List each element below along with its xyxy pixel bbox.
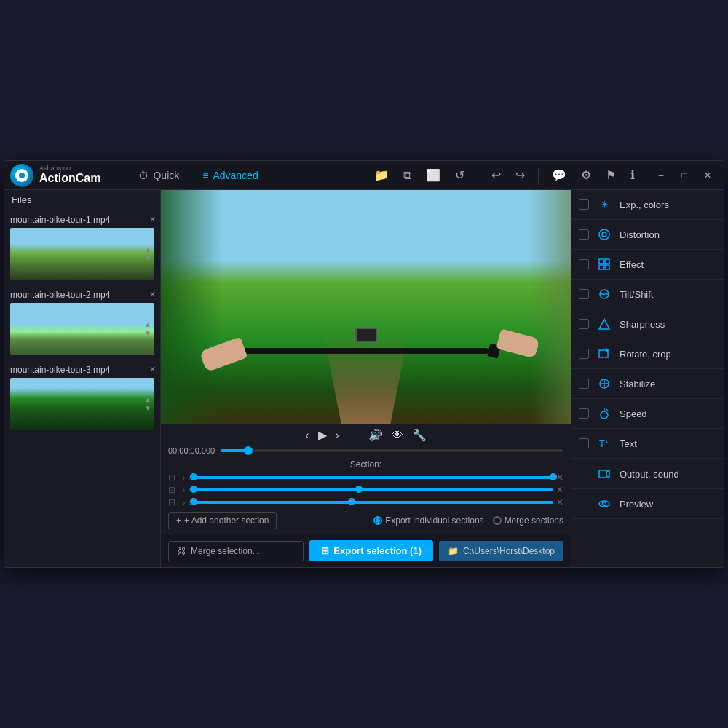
- checkbox-effect[interactable]: [579, 259, 589, 269]
- chat-btn[interactable]: 💬: [547, 165, 571, 185]
- arrow-up-1[interactable]: ▲: [144, 246, 151, 253]
- video-frame: [161, 190, 571, 424]
- file-name-1: mountain-bike-tour-1.mp4: [10, 215, 154, 225]
- section-remove-1[interactable]: ✕: [556, 472, 563, 483]
- label-speed: Speed: [620, 408, 647, 419]
- arrow-up-2[interactable]: ▲: [144, 321, 151, 328]
- label-text: Text: [620, 438, 637, 449]
- file-name-2: mountain-bike-tour-2.mp4: [10, 290, 154, 300]
- file-arrows-1: ▲ ▼: [144, 246, 151, 262]
- volume-btn[interactable]: 🔊: [368, 428, 383, 442]
- icon-distortion: [596, 226, 612, 242]
- svg-point-20: [603, 502, 606, 506]
- panel-item-distortion[interactable]: Distortion: [571, 220, 724, 250]
- checkbox-distortion[interactable]: [579, 229, 589, 240]
- section-handle-end-1[interactable]: [550, 473, 557, 480]
- section-handle-start-2[interactable]: [190, 486, 197, 493]
- add-section-btn[interactable]: + + Add another section: [168, 512, 277, 529]
- checkbox-rotate-crop[interactable]: [579, 349, 589, 359]
- section-handle-end-2[interactable]: [355, 486, 363, 493]
- checkbox-tilt-shift[interactable]: [579, 289, 589, 299]
- checkbox-speed[interactable]: [579, 408, 589, 419]
- prev-frame-btn[interactable]: ‹: [305, 429, 309, 442]
- flag-btn[interactable]: ⚑: [601, 165, 620, 185]
- refresh-btn[interactable]: ↺: [451, 165, 469, 185]
- export-btn[interactable]: ⊞ Export selection (1): [309, 540, 433, 561]
- section-remove-2[interactable]: ✕: [556, 485, 563, 495]
- redo-btn[interactable]: ↪: [511, 165, 529, 185]
- section-track-1[interactable]: [194, 476, 553, 479]
- file-item-1[interactable]: mountain-bike-tour-1.mp4 ✕ ▲ ▼: [4, 210, 160, 285]
- panel-item-stabilize[interactable]: Stabilize: [571, 369, 724, 399]
- arrow-down-3[interactable]: ▼: [144, 405, 151, 412]
- undo-btn[interactable]: ↩: [487, 165, 505, 185]
- panel-item-sharpness[interactable]: Sharpness: [571, 309, 724, 339]
- copy-btn[interactable]: ⧉: [399, 166, 416, 185]
- eye-btn[interactable]: 👁: [392, 429, 403, 442]
- section-track-3[interactable]: [194, 501, 553, 504]
- folder-btn[interactable]: 📁: [370, 165, 393, 185]
- checkbox-stabilize[interactable]: [579, 379, 589, 389]
- settings-btn[interactable]: ⚙: [577, 165, 596, 185]
- path-label: C:\Users\Horst\Desktop: [463, 546, 555, 556]
- label-stabilize: Stabilize: [620, 379, 655, 389]
- arrow-down-1[interactable]: ▼: [144, 255, 151, 262]
- panel-item-speed[interactable]: Speed: [571, 399, 724, 429]
- file-close-2[interactable]: ✕: [149, 290, 156, 299]
- close-btn[interactable]: ✕: [697, 165, 718, 186]
- panel-item-effect[interactable]: Effect: [571, 250, 724, 280]
- arrow-up-3[interactable]: ▲: [144, 396, 151, 403]
- section-arrow-r1[interactable]: ›: [183, 474, 185, 482]
- info-btn[interactable]: ℹ: [626, 165, 639, 185]
- section-remove-3[interactable]: ✕: [556, 497, 563, 507]
- wrench-btn[interactable]: 🔧: [412, 428, 427, 442]
- maximize-btn[interactable]: □: [674, 165, 695, 186]
- timeline-thumb[interactable]: [244, 446, 253, 455]
- section-handle-start-3[interactable]: [190, 498, 197, 505]
- icon-rotate-crop: [596, 346, 612, 362]
- plus-icon: +: [176, 515, 181, 526]
- section-handle-end-3[interactable]: [348, 498, 355, 505]
- file-item-3[interactable]: mountain-bike-tour-3.mp4 ✕ ▲ ▼: [4, 360, 160, 435]
- checkbox-sharpness[interactable]: [579, 319, 589, 329]
- panel-item-output-sound[interactable]: Output, sound: [571, 459, 724, 489]
- title-tools: 📁 ⧉ ⬜ ↺ ↩ ↪ 💬 ⚙ ⚑ ℹ – □ ✕: [370, 165, 718, 186]
- file-close-1[interactable]: ✕: [149, 215, 156, 224]
- file-close-3[interactable]: ✕: [149, 365, 156, 374]
- radio-individual[interactable]: Export individual sections: [373, 515, 483, 526]
- radio-merge-label: Merge sections: [505, 515, 563, 526]
- panel-item-tilt-shift[interactable]: Tilt/Shift: [571, 280, 724, 309]
- timeline-track[interactable]: [221, 449, 563, 452]
- panel-item-rotate-crop[interactable]: Rotate, crop: [571, 339, 724, 369]
- radio-merge[interactable]: Merge sections: [493, 515, 563, 526]
- section-arrow-r2[interactable]: ›: [183, 486, 185, 494]
- export-icon: ⊞: [321, 545, 329, 556]
- minimize-btn[interactable]: –: [651, 165, 671, 186]
- nav-advanced[interactable]: ≡ Advanced: [197, 167, 264, 184]
- merge-selection-btn[interactable]: ⛓ Merge selection...: [168, 541, 304, 561]
- label-sharpness: Sharpness: [620, 319, 665, 330]
- file-item-2[interactable]: mountain-bike-tour-2.mp4 ✕ ▲ ▼: [4, 285, 160, 360]
- label-exp-colors: Exp., colors: [620, 199, 669, 210]
- section-arrow-r3[interactable]: ›: [183, 499, 185, 507]
- panel-item-exp-colors[interactable]: ☀ Exp., colors: [571, 190, 724, 220]
- icon-sharpness: [596, 316, 612, 332]
- app-logo: [10, 164, 33, 187]
- checkbox-exp-colors[interactable]: [579, 199, 589, 210]
- handlebar: [243, 348, 489, 354]
- svg-rect-5: [605, 265, 609, 269]
- play-btn[interactable]: ▶: [318, 428, 327, 442]
- nav-quick[interactable]: ⏱ Quick: [132, 167, 185, 184]
- merge-label: Merge selection...: [191, 546, 260, 556]
- section-row-3: ⊡ › ‹ ✕: [168, 497, 563, 507]
- icon-effect: [596, 256, 612, 272]
- checkbox-text[interactable]: [579, 438, 589, 448]
- section-handle-start-1[interactable]: [190, 473, 197, 480]
- section-track-2[interactable]: [194, 488, 553, 491]
- arrow-down-2[interactable]: ▼: [144, 330, 151, 337]
- paste-btn[interactable]: ⬜: [422, 165, 445, 185]
- path-btn[interactable]: 📁 C:\Users\Horst\Desktop: [439, 541, 563, 561]
- panel-item-preview[interactable]: Preview: [571, 489, 724, 519]
- next-frame-btn[interactable]: ›: [336, 429, 339, 442]
- panel-item-text[interactable]: T + Text: [571, 429, 724, 459]
